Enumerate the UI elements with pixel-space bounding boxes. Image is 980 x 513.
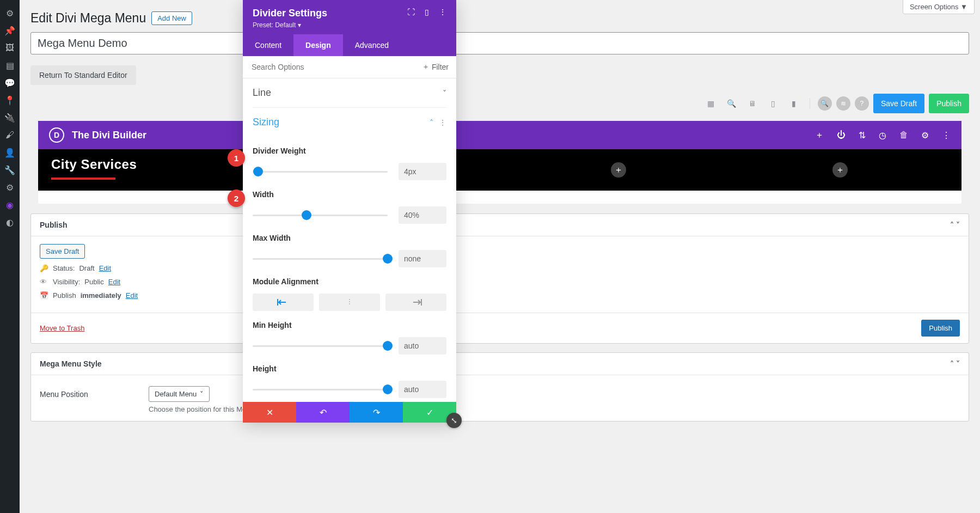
eye-icon: 👁: [40, 278, 48, 286]
settings-icon[interactable]: ⚙: [0, 179, 20, 196]
appearance-icon[interactable]: 🖌: [0, 126, 20, 144]
desktop-icon[interactable]: 🖥: [744, 95, 761, 112]
modal-undo-button[interactable]: ↶: [296, 402, 350, 423]
publish-button-top[interactable]: Publish: [929, 94, 969, 113]
screen-options-toggle[interactable]: Screen Options ▼: [903, 0, 975, 14]
return-standard-editor-button[interactable]: Return To Standard Editor: [30, 65, 136, 85]
phone-icon[interactable]: ▮: [786, 95, 802, 112]
wireframe-icon[interactable]: ▦: [703, 95, 719, 112]
divider-weight-value[interactable]: 4px: [399, 163, 446, 180]
power-icon[interactable]: ⏻: [837, 130, 846, 140]
section-sizing-toggle[interactable]: ˄ ⋮: [430, 118, 446, 127]
pages-icon[interactable]: ▤: [0, 57, 20, 74]
modal-preset[interactable]: Preset: Default ▾: [253, 21, 327, 29]
divi-toolbar: ▦ 🔍 🖥 ▯ ▮ 🔍 ≋ ? Save Draft Publish: [30, 90, 969, 117]
users-icon[interactable]: 👤: [0, 144, 20, 161]
zoom-icon[interactable]: 🔍: [724, 95, 740, 112]
divider-preview: [51, 178, 115, 180]
snap-icon[interactable]: ▯: [425, 8, 429, 16]
add-section-icon[interactable]: ＋: [815, 130, 824, 141]
publish-submit-button[interactable]: Publish: [921, 320, 960, 337]
modal-redo-button[interactable]: ↷: [350, 402, 403, 423]
tab-advanced[interactable]: Advanced: [343, 34, 401, 56]
menu-position-select[interactable]: Default Menu˅: [149, 386, 210, 402]
modal-more-icon[interactable]: ⋮: [439, 8, 446, 16]
modal-footer: ✕ ↶ ↷ ✓: [243, 402, 456, 423]
tab-content[interactable]: Content: [243, 34, 293, 56]
section-line-toggle[interactable]: ˅: [443, 89, 446, 97]
move-to-trash-link[interactable]: Move to Trash: [40, 324, 84, 332]
max-width-label: Max Width: [253, 234, 446, 242]
align-left-button[interactable]: [253, 294, 314, 311]
edit-visibility-link[interactable]: Edit: [108, 278, 120, 286]
publish-metabox-title: Publish: [40, 221, 68, 229]
annotation-badge-2: 2: [228, 190, 245, 207]
search-options-input[interactable]: [243, 56, 414, 78]
expand-icon[interactable]: ⛶: [407, 8, 415, 16]
min-height-slider[interactable]: [253, 345, 388, 347]
gear-icon[interactable]: ⚙: [921, 130, 929, 141]
sort-icon[interactable]: ⇅: [859, 130, 866, 141]
trash-icon[interactable]: 🗑: [899, 130, 908, 140]
align-center-button[interactable]: [319, 294, 380, 311]
publish-metabox-toggle[interactable]: ˄ ˅: [950, 221, 960, 229]
filter-button[interactable]: ＋Filter: [414, 57, 456, 77]
add-module-button-2[interactable]: ＋: [832, 162, 848, 178]
divi-logo-icon: D: [49, 127, 64, 143]
edit-schedule-link[interactable]: Edit: [126, 291, 138, 300]
chevron-down-icon: ˅: [200, 390, 204, 398]
section-sizing-label[interactable]: Sizing: [253, 117, 279, 128]
min-height-value[interactable]: auto: [399, 337, 446, 355]
modal-tabs: Content Design Advanced: [243, 34, 456, 56]
section-line-label[interactable]: Line: [253, 87, 271, 99]
collapse-icon[interactable]: ◐: [0, 213, 20, 231]
plugin-icon[interactable]: 🔌: [0, 109, 20, 126]
style-metabox-toggle[interactable]: ˄ ˅: [950, 359, 960, 368]
modal-title: Divider Settings: [253, 8, 327, 19]
menu-position-label: Menu Position: [40, 390, 138, 399]
width-value[interactable]: 40%: [399, 206, 446, 224]
calendar-icon: 📅: [40, 291, 48, 300]
align-right-button[interactable]: [385, 294, 446, 311]
comments-icon[interactable]: 💬: [0, 74, 20, 91]
min-height-label: Min Height: [253, 321, 446, 329]
layers-circle-icon[interactable]: ≋: [836, 96, 850, 111]
pin-icon[interactable]: 📌: [0, 22, 20, 39]
add-module-button-1[interactable]: ＋: [611, 162, 626, 178]
height-value[interactable]: auto: [399, 381, 446, 398]
divi-builder-title: The Divi Builder: [72, 130, 146, 141]
height-label: Height: [253, 364, 446, 373]
history-icon[interactable]: ◷: [879, 130, 886, 141]
divider-weight-slider[interactable]: [253, 171, 388, 173]
height-slider[interactable]: [253, 389, 388, 390]
save-draft-meta-button[interactable]: Save Draft: [40, 244, 85, 259]
search-circle-icon[interactable]: 🔍: [818, 96, 832, 111]
divi-icon[interactable]: ◉: [0, 196, 20, 213]
mega-menu-style-metabox: Mega Menu Style ˄ ˅ Menu Position Defaul…: [30, 352, 969, 422]
more-icon[interactable]: ⋮: [942, 130, 951, 141]
page-title: Edit Divi Mega Menu: [30, 11, 146, 26]
tablet-icon[interactable]: ▯: [765, 95, 781, 112]
module-alignment-label: Module Alignment: [253, 277, 446, 286]
max-width-value[interactable]: none: [399, 250, 446, 267]
edit-status-link[interactable]: Edit: [99, 264, 111, 272]
modal-header[interactable]: Divider Settings Preset: Default ▾ ⛶ ▯ ⋮: [243, 0, 456, 34]
key-icon: 🔑: [40, 264, 48, 272]
post-title-input[interactable]: [30, 32, 969, 54]
dashboard-icon[interactable]: ⚙: [0, 4, 20, 22]
add-new-button[interactable]: Add New: [151, 11, 192, 25]
modal-resize-handle[interactable]: ⤡: [446, 413, 462, 427]
width-label: Width: [253, 190, 446, 199]
help-circle-icon[interactable]: ?: [855, 96, 869, 111]
save-draft-button[interactable]: Save Draft: [873, 94, 924, 113]
pin2-icon[interactable]: 📍: [0, 91, 20, 109]
tab-design[interactable]: Design: [293, 34, 343, 56]
media-icon[interactable]: 🖼: [0, 39, 20, 57]
width-slider[interactable]: [253, 215, 388, 216]
modal-cancel-button[interactable]: ✕: [243, 402, 296, 423]
tools-icon[interactable]: 🔧: [0, 161, 20, 179]
style-metabox-title: Mega Menu Style: [40, 359, 102, 368]
divider-settings-modal: Divider Settings Preset: Default ▾ ⛶ ▯ ⋮…: [243, 0, 456, 423]
max-width-slider[interactable]: [253, 258, 388, 260]
annotation-badge-1: 1: [228, 149, 245, 167]
